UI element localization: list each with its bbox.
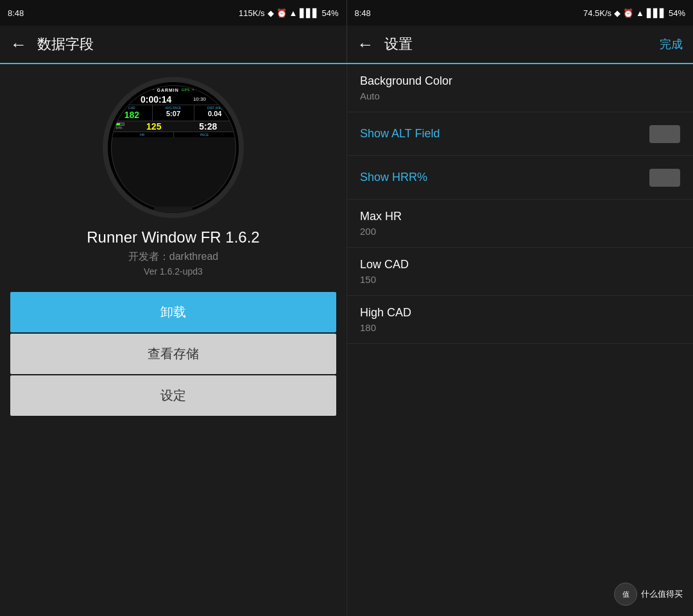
settings-low-cad-content: Low CAD 150 bbox=[360, 258, 409, 285]
settings-row-bg-color[interactable]: Background Color Auto bbox=[347, 64, 693, 112]
settings-low-cad-label: Low CAD bbox=[360, 258, 409, 271]
watch-face: * GARMIN GPS * ◂ 0:00:14 10:30 ▸ bbox=[108, 82, 239, 213]
wifi-icon: ▲ bbox=[289, 8, 298, 18]
watch-pace-cell: AVG PACE 5:07 bbox=[153, 105, 194, 121]
signal-icon: ▋▋▋ bbox=[300, 8, 319, 18]
toggle-alt-field[interactable] bbox=[649, 125, 680, 143]
watch-hr-label-cell: HR bbox=[112, 132, 174, 137]
watch-arrow-right: ▸ bbox=[227, 96, 230, 102]
back-button-left[interactable]: ← bbox=[10, 35, 27, 55]
settings-high-cad-content: High CAD 180 bbox=[360, 306, 411, 333]
right-nav-title: 设置 bbox=[384, 35, 413, 54]
app-name: Runner Window FR 1.6.2 bbox=[87, 228, 259, 246]
watch-cad-cell: CAD 182 bbox=[112, 105, 153, 121]
watch-inner: * GARMIN GPS * ◂ 0:00:14 10:30 ▸ bbox=[111, 85, 236, 210]
watch-step-value: 125 bbox=[127, 121, 182, 132]
settings-bg-color-value: Auto bbox=[360, 90, 452, 101]
watch-asterisk-left: * bbox=[152, 87, 154, 93]
watch-avg-pace-value: 5:07 bbox=[166, 110, 180, 117]
settings-bg-color-content: Background Color Auto bbox=[360, 74, 452, 101]
settings-max-hr-value: 200 bbox=[360, 226, 402, 237]
watch-labels-row: HR PACE bbox=[112, 132, 235, 137]
settings-row-max-hr[interactable]: Max HR 200 bbox=[347, 200, 693, 248]
watch-time-row: ◂ 0:00:14 10:30 ▸ bbox=[112, 94, 235, 105]
status-bar-left: 8:48 115K/s ◆ ⏰ ▲ ▋▋▋ 54% bbox=[0, 0, 346, 26]
speed-indicator-left: 115K/s bbox=[239, 8, 264, 18]
watch-battery: 64% bbox=[112, 121, 127, 131]
app-developer: 开发者：darkthread bbox=[128, 250, 219, 264]
watch-container: * GARMIN GPS * ◂ 0:00:14 10:30 ▸ bbox=[103, 77, 244, 218]
watch-data-row: CAD 182 AVG PACE 5:07 DIST (km) 0.04 bbox=[112, 105, 235, 121]
right-panel: Background Color Auto Show ALT Field Sho… bbox=[346, 64, 693, 616]
settings-hrr-content: Show HRR% bbox=[360, 171, 427, 184]
view-storage-button[interactable]: 查看存储 bbox=[10, 334, 336, 374]
settings-row-high-cad[interactable]: High CAD 180 bbox=[347, 296, 693, 344]
watch-hr-label: HR bbox=[140, 133, 144, 137]
wifi-icon-right: ▲ bbox=[636, 8, 644, 18]
settings-row-low-cad[interactable]: Low CAD 150 bbox=[347, 248, 693, 296]
settings-row-alt-field[interactable]: Show ALT Field bbox=[347, 112, 693, 156]
settings-button[interactable]: 设定 bbox=[10, 375, 336, 416]
speed-indicator-right: 74.5K/s bbox=[583, 8, 612, 18]
settings-max-hr-label: Max HR bbox=[360, 210, 402, 223]
nav-bar-left: ← 数据字段 bbox=[0, 26, 346, 63]
settings-row-hrr[interactable]: Show HRR% bbox=[347, 156, 693, 200]
watch-asterisk-right: * bbox=[193, 87, 194, 93]
app-version: Ver 1.6.2-upd3 bbox=[144, 266, 203, 277]
watch-battery-bar bbox=[114, 123, 124, 126]
settings-high-cad-label: High CAD bbox=[360, 306, 411, 320]
status-bar-right: 8:48 74.5K/s ◆ ⏰ ▲ ▋▋▋ 54% bbox=[346, 0, 694, 26]
watch-gps: GPS bbox=[182, 88, 190, 92]
battery-left: 54% bbox=[321, 8, 338, 18]
settings-low-cad-value: 150 bbox=[360, 274, 409, 285]
status-bar-container: 8:48 115K/s ◆ ⏰ ▲ ▋▋▋ 54% 8:48 74.5K/s ◆… bbox=[0, 0, 693, 26]
watermark-icon-text: 值 bbox=[622, 590, 629, 599]
watch-battery-pct: 64% bbox=[116, 126, 122, 130]
back-button-right[interactable]: ← bbox=[357, 35, 374, 55]
left-nav-title: 数据字段 bbox=[37, 35, 94, 54]
status-time-left: 8:48 bbox=[8, 8, 24, 18]
settings-high-cad-value: 180 bbox=[360, 322, 411, 333]
watch-pace2-value: 5:28 bbox=[181, 121, 235, 132]
watch-dist-value: 0.04 bbox=[208, 110, 221, 117]
watch-header: * GARMIN GPS * bbox=[112, 86, 235, 94]
watch-timer: 0:00:14 bbox=[141, 94, 171, 105]
watch-arrow-left: ◂ bbox=[117, 96, 119, 102]
settings-alt-field-content: Show ALT Field bbox=[360, 127, 440, 141]
signal-icon-right: ▋▋▋ bbox=[647, 8, 666, 18]
status-right-icons-left: 115K/s ◆ ⏰ ▲ ▋▋▋ 54% bbox=[239, 8, 338, 18]
alarm-icon-right: ⏰ bbox=[623, 8, 633, 18]
watch-brand: GARMIN bbox=[157, 88, 178, 92]
watch-band-bottom bbox=[154, 207, 193, 218]
main-content: * GARMIN GPS * ◂ 0:00:14 10:30 ▸ bbox=[0, 64, 693, 616]
settings-max-hr-content: Max HR 200 bbox=[360, 210, 402, 237]
left-panel: * GARMIN GPS * ◂ 0:00:14 10:30 ▸ bbox=[0, 64, 346, 616]
watermark-icon: 值 bbox=[614, 583, 637, 606]
uninstall-button[interactable]: 卸载 bbox=[10, 292, 336, 332]
watch-pace-label: PACE bbox=[200, 133, 209, 137]
watch-dist-cell: DIST (km) 0.04 bbox=[194, 105, 235, 121]
status-time-right: 8:48 bbox=[355, 8, 371, 18]
nav-bar-container: ← 数据字段 ← 设置 完成 bbox=[0, 26, 693, 64]
battery-right: 54% bbox=[669, 8, 685, 18]
watch-cad-value: 182 bbox=[124, 110, 139, 120]
watch-pace-label-cell: PACE bbox=[174, 132, 235, 137]
bluetooth-icon-right: ◆ bbox=[614, 8, 620, 18]
status-right-icons-right: 74.5K/s ◆ ⏰ ▲ ▋▋▋ 54% bbox=[583, 8, 685, 18]
watermark: 值 什么值得买 bbox=[614, 583, 683, 606]
settings-bg-color-label: Background Color bbox=[360, 74, 452, 88]
watermark-text: 什么值得买 bbox=[641, 588, 683, 600]
bluetooth-icon: ◆ bbox=[268, 8, 274, 18]
settings-alt-field-label: Show ALT Field bbox=[360, 127, 440, 141]
watch-bottom-row: 64% 125 5:28 bbox=[112, 121, 235, 132]
done-button[interactable]: 完成 bbox=[660, 37, 683, 52]
toggle-hrr[interactable] bbox=[649, 169, 680, 187]
watch-battery-fill bbox=[115, 123, 121, 125]
nav-bar-right: ← 设置 完成 bbox=[346, 26, 694, 63]
alarm-icon: ⏰ bbox=[277, 8, 287, 18]
settings-hrr-label: Show HRR% bbox=[360, 171, 427, 184]
watch-clock: 10:30 bbox=[193, 96, 206, 102]
